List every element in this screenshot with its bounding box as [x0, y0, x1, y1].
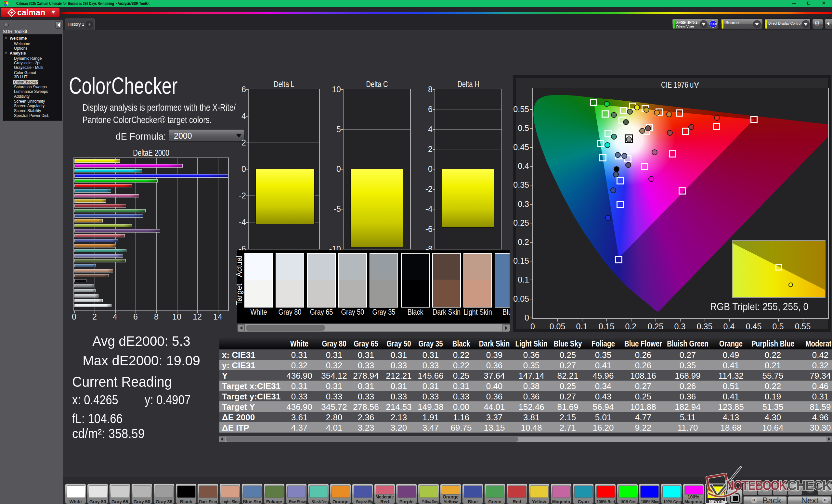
svg-text:NOTEBOOK: NOTEBOOK	[726, 478, 787, 493]
svg-text:CHECK: CHECK	[787, 478, 832, 493]
